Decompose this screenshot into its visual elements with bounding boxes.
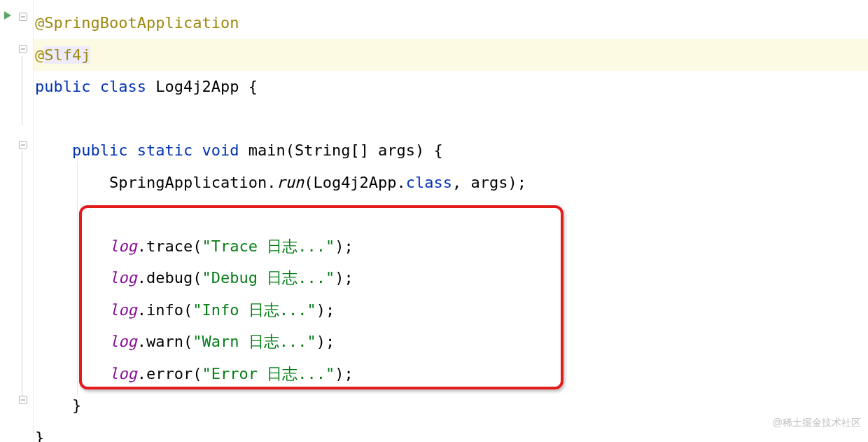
- class-name: Log4j2App: [155, 78, 239, 95]
- keyword: static: [137, 141, 192, 159]
- method-call: run: [276, 174, 304, 191]
- fold-icon[interactable]: [18, 140, 28, 150]
- class-ref: SpringApplication: [109, 174, 267, 191]
- code-line[interactable]: @SpringBootApplication: [34, 7, 868, 39]
- field-ref: log: [109, 237, 137, 255]
- method-call: debug: [146, 269, 192, 286]
- tail: , args);: [452, 174, 526, 191]
- code-line[interactable]: log.warn("Warn 日志...");: [34, 326, 868, 358]
- string-literal: "Error 日志...": [202, 365, 335, 382]
- class-ref: Log4j2App: [313, 174, 396, 191]
- fold-line: [22, 56, 22, 126]
- code-line[interactable]: log.info("Info 日志...");: [34, 294, 868, 326]
- code-line[interactable]: [34, 198, 868, 230]
- annotation-name: Slf4j: [44, 46, 90, 64]
- code-line[interactable]: public class Log4j2App {: [34, 71, 868, 103]
- method-name: main: [248, 141, 286, 159]
- brace: {: [239, 78, 258, 95]
- watermark: @稀土掘金技术社区: [773, 407, 861, 439]
- code-line[interactable]: public static void main(String[] args) {: [34, 134, 868, 167]
- method-call: error: [146, 365, 192, 382]
- brace: }: [35, 429, 44, 443]
- string-literal: "Debug 日志...": [202, 269, 335, 286]
- method-call: warn: [146, 333, 183, 350]
- field-ref: log: [109, 333, 137, 350]
- brace: }: [72, 396, 81, 414]
- field-ref: log: [109, 301, 137, 319]
- method-call: info: [146, 301, 183, 319]
- indent-guide: [77, 161, 78, 396]
- field-ref: log: [109, 269, 137, 286]
- code-line[interactable]: log.error("Error 日志...");: [34, 358, 868, 390]
- code-line[interactable]: log.trace("Trace 日志...");: [34, 230, 868, 263]
- gutter: [0, 0, 34, 442]
- keyword: class: [100, 78, 146, 95]
- annotation: @SpringBootApplication: [35, 14, 239, 32]
- code-line[interactable]: @Slf4j: [34, 39, 868, 71]
- code-line[interactable]: }: [34, 389, 868, 422]
- field-ref: log: [109, 365, 137, 382]
- run-icon[interactable]: [4, 11, 11, 20]
- code-line[interactable]: log.debug("Debug 日志...");: [34, 262, 868, 294]
- fold-line: [22, 151, 22, 399]
- keyword: void: [202, 141, 239, 159]
- code-area[interactable]: @SpringBootApplication @Slf4j public cla…: [34, 0, 868, 442]
- annotation-at: @: [35, 46, 44, 64]
- fold-icon[interactable]: [18, 44, 28, 54]
- string-literal: "Info 日志...": [192, 301, 316, 319]
- code-line[interactable]: }: [34, 422, 868, 443]
- fold-icon[interactable]: [18, 12, 28, 22]
- method-call: trace: [146, 237, 192, 255]
- keyword: class: [406, 174, 452, 191]
- string-literal: "Trace 日志...": [202, 237, 335, 255]
- keyword: public: [35, 78, 90, 95]
- keyword: public: [72, 141, 127, 159]
- code-editor[interactable]: @SpringBootApplication @Slf4j public cla…: [0, 0, 868, 442]
- code-line[interactable]: SpringApplication.run(Log4j2App.class, a…: [34, 167, 868, 199]
- fold-icon[interactable]: [18, 395, 28, 405]
- code-line[interactable]: [34, 103, 868, 135]
- params: (String[] args) {: [286, 141, 443, 159]
- string-literal: "Warn 日志...": [192, 333, 316, 350]
